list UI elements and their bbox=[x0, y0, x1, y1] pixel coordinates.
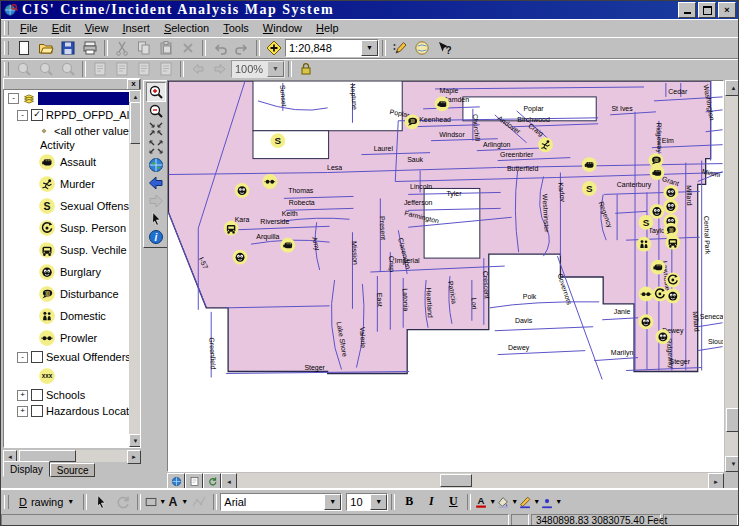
layer-checkbox[interactable] bbox=[31, 351, 43, 363]
toc-scroll-thumb[interactable] bbox=[130, 102, 141, 144]
status-bar: 3480898.83 3083075.40 Feet bbox=[1, 513, 738, 526]
italic-button[interactable]: I bbox=[420, 492, 442, 511]
marker-domestic bbox=[637, 237, 652, 252]
tab-source[interactable]: Source bbox=[50, 463, 96, 477]
map-horizontal-scrollbar[interactable] bbox=[237, 473, 708, 488]
line-color-button[interactable]: ▼ bbox=[518, 492, 540, 511]
font-family-combo[interactable]: Arial▼ bbox=[220, 493, 342, 511]
close-button[interactable]: × bbox=[718, 2, 736, 18]
toolbar-grip bbox=[4, 41, 9, 55]
toolbar-separator bbox=[382, 40, 386, 56]
drawing-menu-button[interactable]: Drawing▼ bbox=[13, 494, 80, 510]
toc-layer-sexual-offenders[interactable]: -Sexual Offenders bbox=[4, 349, 129, 365]
toc-tabs: DisplaySource bbox=[3, 462, 95, 477]
svg-text:Davis: Davis bbox=[515, 317, 533, 324]
collapse-expander[interactable]: - bbox=[8, 93, 19, 104]
delete-button bbox=[177, 38, 199, 57]
zoom-out-button[interactable] bbox=[147, 102, 165, 120]
collapse-expander[interactable]: - bbox=[17, 352, 28, 363]
draw-text-button[interactable]: ▼ bbox=[166, 492, 188, 511]
fill-color-icon bbox=[496, 494, 510, 510]
fixed-zoom-in-button[interactable] bbox=[147, 120, 165, 138]
toc-layer-rppd-ofpd-all-laye[interactable]: -✓RPPD_OFPD_All_laye bbox=[4, 107, 129, 123]
full-extent-button[interactable] bbox=[147, 156, 165, 174]
svg-text:Keenhead: Keenhead bbox=[419, 116, 451, 123]
dropdown-arrow-icon[interactable]: ▼ bbox=[361, 40, 378, 56]
layout-zoom-combo[interactable]: 100%▼ bbox=[231, 60, 285, 78]
expand-expander[interactable]: + bbox=[17, 390, 28, 401]
whats-this-help-button[interactable] bbox=[433, 38, 455, 57]
layer-checkbox[interactable] bbox=[31, 389, 43, 401]
draw-select-button[interactable] bbox=[90, 492, 112, 511]
toggle-draft-mode-button[interactable] bbox=[295, 59, 317, 78]
layers-icon bbox=[22, 93, 36, 105]
next-extent-button[interactable] bbox=[147, 192, 165, 210]
zoom-in-button[interactable] bbox=[146, 82, 166, 102]
menu-edit[interactable]: Edit bbox=[45, 20, 78, 36]
identify-button[interactable] bbox=[147, 228, 165, 246]
font-color-button[interactable]: ▼ bbox=[474, 492, 496, 511]
susp-vehicle-icon bbox=[38, 241, 56, 259]
dropdown-arrow-icon[interactable]: ▼ bbox=[324, 494, 341, 510]
marker-murder bbox=[538, 137, 553, 152]
toc-scroll-down-icon[interactable]: ▼ bbox=[129, 434, 141, 447]
arccatalog-button[interactable] bbox=[411, 38, 433, 57]
toggle-draft-mode-icon bbox=[298, 61, 314, 77]
dropdown-arrow-icon[interactable]: ▼ bbox=[370, 494, 387, 510]
menu-selection[interactable]: Selection bbox=[157, 20, 216, 36]
menu-view[interactable]: View bbox=[78, 20, 116, 36]
toc-layer-hazardous-locations[interactable]: +Hazardous Locations bbox=[4, 403, 129, 419]
toc-scroll-right-icon[interactable]: ► bbox=[127, 450, 141, 464]
draw-rectangle-button[interactable]: ▼ bbox=[144, 492, 166, 511]
restore-button[interactable] bbox=[698, 2, 716, 18]
map-vertical-scrollbar[interactable]: ▲ ▼ bbox=[725, 80, 739, 472]
layer-checkbox[interactable] bbox=[31, 405, 43, 417]
toc-layer-schools[interactable]: +Schools bbox=[4, 387, 129, 403]
add-data-button[interactable] bbox=[263, 38, 285, 57]
editor-tool-button[interactable] bbox=[389, 38, 411, 57]
menu-insert[interactable]: Insert bbox=[115, 20, 157, 36]
menu-help[interactable]: Help bbox=[309, 20, 346, 36]
toc-vertical-scrollbar[interactable]: ▲ ▼ bbox=[129, 90, 140, 447]
legend-label: Prowler bbox=[60, 332, 97, 344]
bold-button[interactable]: B bbox=[398, 492, 420, 511]
map-scroll-up-icon[interactable]: ▲ bbox=[725, 80, 739, 96]
fixed-zoom-in-icon bbox=[148, 121, 164, 137]
open-button[interactable] bbox=[35, 38, 57, 57]
menu-tools[interactable]: Tools bbox=[216, 20, 256, 36]
tab-display[interactable]: Display bbox=[3, 461, 50, 477]
map-vscroll-thumb[interactable] bbox=[726, 408, 739, 432]
toc-root-row[interactable]: - bbox=[4, 90, 129, 107]
title-bar: CIS' Crime/Incident Analysis Map System … bbox=[1, 1, 738, 19]
expand-expander[interactable]: + bbox=[17, 406, 28, 417]
marker-color-button[interactable]: ▼ bbox=[540, 492, 562, 511]
assault-icon bbox=[38, 153, 56, 171]
select-elements-button[interactable] bbox=[147, 210, 165, 228]
font-size-combo[interactable]: 10▼ bbox=[346, 493, 388, 511]
layer-checkbox[interactable]: ✓ bbox=[31, 109, 43, 121]
susp-person-icon bbox=[38, 219, 56, 237]
svg-text:Crescent: Crescent bbox=[482, 271, 490, 299]
font-family-value: Arial bbox=[221, 496, 324, 508]
legend-item-susp-vehicle: Susp. Vechile bbox=[4, 239, 129, 261]
print-button[interactable] bbox=[79, 38, 101, 57]
menu-window[interactable]: Window bbox=[256, 20, 309, 36]
underline-button[interactable]: U bbox=[442, 492, 464, 511]
previous-extent-button[interactable] bbox=[147, 174, 165, 192]
fill-color-button[interactable]: ▼ bbox=[496, 492, 518, 511]
map-canvas[interactable]: SunsetNeptuneMapleCamdenPoplarPoplarKeen… bbox=[167, 80, 724, 472]
map-scroll-down-icon[interactable]: ▼ bbox=[725, 456, 739, 472]
map-scale-combo[interactable]: 1:20,848▼ bbox=[285, 39, 379, 57]
sexual-offense-icon bbox=[38, 197, 56, 215]
new-document-button[interactable] bbox=[13, 38, 35, 57]
fixed-zoom-out-button[interactable] bbox=[147, 138, 165, 156]
legend-item-domestic: Domestic bbox=[4, 305, 129, 327]
map-hscroll-thumb[interactable] bbox=[440, 474, 472, 487]
refresh-view-icon bbox=[207, 476, 218, 487]
go-back-extent-icon bbox=[190, 61, 206, 77]
save-button[interactable] bbox=[57, 38, 79, 57]
dropdown-arrow-icon[interactable]: ▼ bbox=[267, 61, 284, 77]
collapse-expander[interactable]: - bbox=[17, 110, 28, 121]
menu-file[interactable]: File bbox=[13, 20, 45, 36]
minimize-button[interactable] bbox=[678, 2, 696, 18]
